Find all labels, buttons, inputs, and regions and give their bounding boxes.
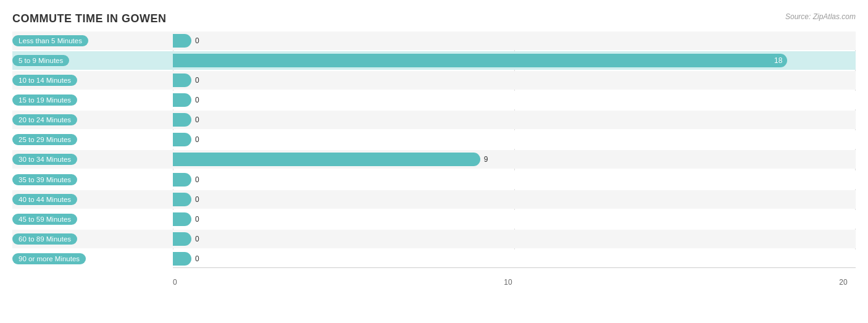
bar-label: 90 or more Minutes: [12, 253, 173, 264]
bar-value: 0: [195, 215, 199, 224]
bar-value: 0: [195, 96, 199, 104]
bar-track: 0: [173, 31, 856, 50]
label-pill: 45 to 59 Minutes: [12, 214, 77, 225]
bar-track: 9: [173, 150, 856, 169]
bar-track: 0: [173, 71, 856, 90]
bar-track: 0: [173, 210, 856, 229]
bar-label: 15 to 19 Minutes: [12, 94, 173, 106]
label-pill: 25 to 29 Minutes: [12, 134, 77, 145]
bar-row: 40 to 44 Minutes0: [12, 190, 856, 209]
bar-row: 90 or more Minutes0: [12, 250, 856, 268]
bar-value: 0: [195, 235, 199, 243]
bar-value: 0: [195, 36, 199, 45]
bar-track: 0: [173, 250, 856, 268]
bar-row: 15 to 19 Minutes0: [12, 91, 856, 109]
bar-label: 60 to 89 Minutes: [12, 233, 173, 245]
bar-track: 0: [173, 111, 856, 129]
bar-label: 5 to 9 Minutes: [12, 55, 173, 66]
bar-fill: [173, 153, 480, 166]
bar-row: 60 to 89 Minutes0: [12, 230, 856, 248]
bar-value: 0: [195, 115, 199, 124]
bar-label: 40 to 44 Minutes: [12, 194, 173, 205]
bar-track: 0: [173, 91, 856, 109]
label-pill: 15 to 19 Minutes: [12, 94, 77, 106]
bar-fill: [173, 34, 191, 48]
label-pill: 5 to 9 Minutes: [12, 55, 69, 66]
source-text: Source: ZipAtlas.com: [785, 12, 856, 21]
bar-fill: [173, 232, 191, 246]
bar-track: 0: [173, 230, 856, 248]
label-pill: 20 to 24 Minutes: [12, 114, 77, 125]
bar-fill: [173, 133, 191, 146]
bar-value: 18: [774, 56, 782, 65]
bar-label: 30 to 34 Minutes: [12, 154, 173, 165]
label-pill: 10 to 14 Minutes: [12, 75, 77, 86]
bar-label: 20 to 24 Minutes: [12, 114, 173, 125]
bar-row: 25 to 29 Minutes0: [12, 130, 856, 149]
bar-row: Less than 5 Minutes0: [12, 31, 856, 50]
bar-track: 0: [173, 130, 856, 149]
bar-value: 0: [195, 76, 199, 85]
bar-track: 0: [173, 170, 856, 189]
label-pill: 30 to 34 Minutes: [12, 154, 77, 165]
label-pill: 35 to 39 Minutes: [12, 174, 77, 185]
bar-value: 0: [195, 175, 199, 184]
x-axis: 0 10 20: [173, 268, 856, 287]
bar-value: 0: [195, 254, 199, 263]
bar-label: 25 to 29 Minutes: [12, 134, 173, 145]
bar-row: 10 to 14 Minutes0: [12, 71, 856, 90]
bar-label: 45 to 59 Minutes: [12, 214, 173, 225]
bar-row: 45 to 59 Minutes0: [12, 210, 856, 229]
bar-fill: [173, 193, 191, 206]
bar-track: 0: [173, 190, 856, 209]
chart-container: COMMUTE TIME IN GOWEN Source: ZipAtlas.c…: [0, 0, 868, 323]
label-pill: 60 to 89 Minutes: [12, 233, 77, 245]
x-label-10: 10: [504, 278, 512, 287]
bar-fill: [173, 113, 191, 127]
bar-value: 9: [484, 155, 488, 164]
bar-value: 0: [195, 135, 199, 144]
bar-fill: [173, 212, 191, 226]
bar-fill: [173, 73, 191, 87]
x-label-0: 0: [173, 278, 177, 287]
bar-value: 0: [195, 195, 199, 204]
x-label-20: 20: [839, 278, 847, 287]
chart-title: COMMUTE TIME IN GOWEN: [12, 12, 856, 25]
bar-row: 30 to 34 Minutes9: [12, 150, 856, 169]
label-pill: 90 or more Minutes: [12, 253, 86, 264]
bar-fill: 18: [173, 54, 787, 67]
bar-label: 35 to 39 Minutes: [12, 174, 173, 185]
bar-fill: [173, 93, 191, 107]
bar-label: 10 to 14 Minutes: [12, 75, 173, 86]
bars-wrapper: Less than 5 Minutes05 to 9 Minutes1810 t…: [12, 31, 856, 268]
bar-fill: [173, 252, 191, 266]
chart-area: Less than 5 Minutes05 to 9 Minutes1810 t…: [12, 31, 856, 287]
bar-row: 20 to 24 Minutes0: [12, 111, 856, 129]
label-pill: 40 to 44 Minutes: [12, 194, 77, 205]
bar-fill: [173, 173, 191, 187]
bar-row: 35 to 39 Minutes0: [12, 170, 856, 189]
label-pill: Less than 5 Minutes: [12, 35, 88, 46]
bar-row: 5 to 9 Minutes18: [12, 51, 856, 70]
bar-track: 18: [173, 51, 856, 70]
bar-label: Less than 5 Minutes: [12, 35, 173, 46]
